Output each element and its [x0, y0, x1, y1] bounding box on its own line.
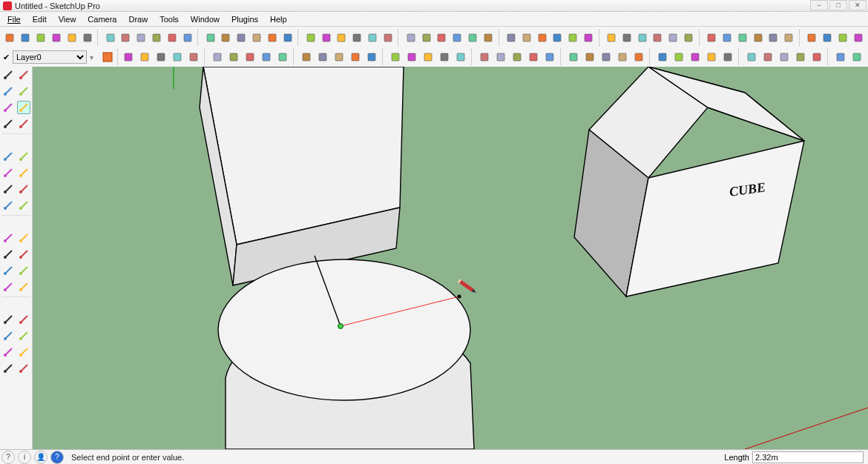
menu-camera[interactable]: Camera — [82, 13, 122, 25]
globe-button[interactable] — [421, 50, 435, 64]
scale-tool[interactable] — [17, 166, 30, 179]
top-button[interactable] — [582, 30, 596, 45]
play-button[interactable] — [751, 30, 765, 45]
axes-tool[interactable] — [1, 264, 15, 277]
extrude4-button[interactable] — [281, 30, 295, 45]
zoom-ext-tool[interactable] — [17, 313, 30, 326]
shade-button[interactable] — [504, 30, 518, 45]
wedge-button[interactable] — [219, 30, 233, 45]
fwd-button[interactable] — [170, 50, 185, 64]
hidden-button[interactable] — [466, 30, 480, 45]
zoom-tool[interactable] — [1, 313, 15, 326]
back-button[interactable] — [550, 30, 565, 45]
eraser-button[interactable] — [19, 30, 33, 45]
paint-tool[interactable] — [1, 84, 15, 98]
arc2-button[interactable] — [134, 30, 148, 45]
rect-button[interactable] — [65, 30, 79, 45]
menu-view[interactable]: View — [53, 13, 82, 25]
globe2-button[interactable] — [437, 50, 452, 64]
measurement-input[interactable] — [752, 451, 864, 463]
shade-tool[interactable] — [17, 362, 30, 375]
orbit-button[interactable] — [210, 50, 225, 64]
menu-tools[interactable]: Tools — [154, 13, 185, 25]
bottom-button[interactable] — [604, 30, 618, 45]
sec-button[interactable] — [793, 50, 808, 64]
status-instructor-icon[interactable]: ? — [50, 451, 64, 464]
home-button[interactable] — [688, 50, 703, 64]
menu-plugins[interactable]: Plugins — [226, 13, 264, 25]
ray-button[interactable] — [388, 50, 403, 64]
right-button[interactable] — [635, 30, 649, 45]
poly-tool[interactable] — [1, 150, 15, 163]
cube-left[interactable] — [200, 67, 404, 285]
orbit-tool[interactable] — [1, 280, 15, 294]
push-tool[interactable] — [1, 182, 15, 196]
status-user-icon[interactable]: 👤 — [34, 451, 47, 464]
cube-button[interactable] — [704, 50, 719, 64]
xray-button[interactable] — [450, 30, 464, 45]
p2-button[interactable] — [682, 30, 696, 45]
xy-button[interactable] — [720, 30, 734, 45]
move-button[interactable] — [404, 30, 418, 45]
layer-button[interactable] — [744, 50, 759, 64]
maximize-button[interactable]: □ — [829, 0, 847, 10]
curve-button[interactable] — [50, 30, 64, 45]
scene-canvas[interactable]: CUBE — [33, 67, 868, 449]
rotate-button[interactable] — [419, 30, 433, 45]
sphere-button[interactable] — [542, 50, 557, 64]
bush-button[interactable] — [820, 30, 834, 45]
img-button[interactable] — [226, 50, 241, 64]
rot-tool[interactable] — [1, 166, 15, 179]
stop-button[interactable] — [766, 30, 780, 45]
smooth-button[interactable] — [435, 30, 449, 45]
offset-button[interactable] — [366, 30, 380, 45]
back-button[interactable] — [154, 50, 168, 64]
copy-button[interactable] — [526, 50, 541, 64]
iso-button[interactable] — [720, 50, 735, 64]
elev-button[interactable] — [777, 50, 792, 64]
cog-button[interactable] — [315, 50, 330, 64]
redo-button[interactable] — [137, 50, 152, 64]
cloud-button[interactable] — [510, 50, 525, 64]
info-button[interactable] — [348, 50, 363, 64]
circle-tool[interactable] — [1, 117, 15, 130]
xray-tool[interactable] — [1, 362, 15, 375]
arc-button[interactable] — [119, 30, 133, 45]
scale-button[interactable] — [350, 30, 364, 45]
line-tool[interactable] — [17, 101, 30, 114]
eraser-tool[interactable] — [17, 84, 30, 98]
hand-button[interactable] — [186, 50, 201, 64]
user-button[interactable] — [655, 50, 670, 64]
position-tool[interactable] — [1, 345, 15, 359]
cylinder[interactable] — [218, 256, 477, 449]
cyl-button[interactable] — [566, 50, 581, 64]
3d-poly-button[interactable] — [203, 30, 217, 45]
dim-button[interactable] — [259, 50, 274, 64]
plan-button[interactable] — [760, 50, 775, 64]
follow-tool[interactable] — [17, 182, 30, 196]
status-help-icon[interactable]: ? — [1, 451, 15, 464]
text-button[interactable] — [275, 50, 290, 64]
skin-button[interactable] — [704, 30, 718, 45]
layer-selector[interactable]: ✔ Layer0 ▾ — [3, 50, 93, 64]
prev-tool[interactable] — [17, 345, 30, 359]
intersect-button[interactable] — [381, 30, 395, 45]
arc-tool[interactable] — [17, 117, 30, 130]
lasso-tool[interactable] — [17, 68, 30, 82]
mono-button[interactable] — [535, 30, 549, 45]
extrude1-button[interactable] — [234, 30, 249, 45]
menu-window[interactable]: Window — [185, 13, 226, 25]
pan-tool[interactable] — [17, 280, 30, 294]
extrude2-button[interactable] — [250, 30, 264, 45]
twist-button[interactable] — [319, 30, 333, 45]
rec-button[interactable] — [782, 30, 796, 45]
dim-tool[interactable] — [1, 248, 15, 261]
section-tool[interactable] — [17, 264, 30, 277]
tree-button[interactable] — [805, 30, 819, 45]
det-button[interactable] — [809, 50, 824, 64]
torus-button[interactable] — [599, 50, 614, 64]
cone-button[interactable] — [582, 50, 597, 64]
front-button[interactable] — [566, 30, 580, 45]
rend-button[interactable] — [849, 50, 864, 64]
wire-button[interactable] — [481, 30, 496, 45]
